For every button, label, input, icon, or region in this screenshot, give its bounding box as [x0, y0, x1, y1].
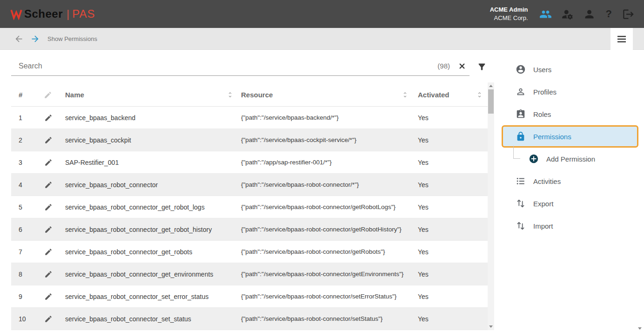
- scroll-up-button[interactable]: [488, 82, 494, 89]
- edit-permission-button[interactable]: [43, 112, 54, 123]
- pencil-icon: [44, 114, 53, 122]
- sort-resource-icon[interactable]: [402, 91, 409, 98]
- clear-search-button[interactable]: [457, 61, 467, 71]
- row-number: 7: [11, 248, 37, 256]
- search-input[interactable]: [19, 62, 437, 70]
- sidebar-item-permissions[interactable]: Permissions: [502, 125, 638, 148]
- sidebar-item-roles[interactable]: Roles: [502, 103, 644, 125]
- permission-resource: {"path":"/app/sap-restifier-001/*"}: [238, 159, 413, 166]
- sidebar-item-label: Import: [533, 222, 553, 230]
- search-field: (98): [11, 57, 470, 76]
- admin-sidebar: Users Profiles Roles Permissions Add Per…: [495, 50, 644, 332]
- edit-permission-button[interactable]: [43, 291, 54, 302]
- technical-user-gear-icon[interactable]: [561, 8, 574, 20]
- table-row: 1 service_bpaas_backend {"path":"/servic…: [11, 107, 488, 129]
- permission-name: SAP-Restifier_001: [63, 159, 238, 166]
- scheer-logo-icon: [10, 8, 22, 20]
- edit-permission-button[interactable]: [43, 246, 54, 257]
- pencil-icon: [44, 181, 53, 189]
- brand-separator: |: [67, 7, 69, 20]
- forward-arrow-icon[interactable]: [30, 34, 40, 44]
- account-org: ACME Corp.: [490, 14, 528, 22]
- account-info: ACME Admin ACME Corp.: [490, 6, 528, 22]
- menu-toggle-button[interactable]: [610, 28, 633, 50]
- row-number: 3: [11, 159, 37, 166]
- pencil-icon: [44, 315, 53, 323]
- sidebar-item-label: Users: [533, 66, 551, 74]
- permission-resource: {"path":"/service/bpaas-cockpit-service/…: [238, 136, 413, 143]
- permission-name: service_bpaas_robot_connector_set_error_…: [63, 293, 238, 300]
- permission-activated: Yes: [413, 315, 488, 323]
- help-icon[interactable]: ?: [605, 9, 613, 19]
- permissions-panel: (98) # Name Resource: [0, 50, 495, 332]
- sidebar-item-label: Activities: [533, 177, 561, 185]
- row-number: 6: [11, 226, 37, 233]
- plus-circle-icon: [529, 154, 539, 164]
- table-row: 8 service_bpaas_robot_connector_get_envi…: [11, 263, 488, 285]
- edit-permission-button[interactable]: [43, 224, 54, 235]
- permission-activated: Yes: [413, 181, 488, 189]
- breadcrumb-bar: Show Permissions: [0, 28, 644, 50]
- table-row: 3 SAP-Restifier_001 {"path":"/app/sap-re…: [11, 151, 488, 174]
- permission-name: service_bpaas_robot_connector_set_status: [63, 315, 238, 323]
- search-bar: (98): [11, 57, 488, 76]
- edit-permission-button[interactable]: [43, 313, 54, 325]
- edit-permission-button[interactable]: [43, 135, 54, 146]
- logout-icon[interactable]: [622, 8, 635, 20]
- permission-activated: Yes: [413, 203, 488, 211]
- permission-activated: Yes: [413, 271, 488, 278]
- permission-name: service_bpaas_backend: [63, 114, 238, 122]
- sort-activated-icon[interactable]: [476, 91, 483, 98]
- sidebar-item-add-permission[interactable]: Add Permission: [502, 148, 644, 170]
- permission-activated: Yes: [413, 248, 488, 256]
- permission-name: service_bpaas_robot_connector_get_enviro…: [63, 271, 238, 278]
- table-row: 9 service_bpaas_robot_connector_set_erro…: [11, 285, 488, 308]
- sidebar-item-activities[interactable]: Activities: [502, 170, 644, 192]
- account-name: ACME Admin: [490, 6, 528, 14]
- table-scrollbar[interactable]: [488, 82, 494, 330]
- scroll-down-button[interactable]: [488, 323, 494, 330]
- table-row: 7 service_bpaas_robot_connector_get_robo…: [11, 241, 488, 263]
- edit-permission-button[interactable]: [43, 157, 54, 168]
- filter-funnel-icon: [477, 62, 487, 72]
- permission-resource: {"path":"/service/bpaas-robot-connector/…: [238, 248, 413, 255]
- sidebar-item-export[interactable]: Export: [502, 192, 644, 215]
- back-arrow-icon[interactable]: [14, 34, 24, 44]
- page-scroll-down-button[interactable]: [637, 325, 643, 331]
- sidebar-item-import[interactable]: Import: [502, 215, 644, 237]
- clear-x-icon: [458, 62, 466, 70]
- user-management-icon[interactable]: [539, 8, 552, 20]
- row-number: 5: [11, 203, 37, 211]
- person-outline-icon: [516, 87, 526, 97]
- up-triangle-icon: [489, 85, 493, 87]
- edit-permission-button[interactable]: [43, 202, 54, 213]
- header-num: #: [11, 91, 37, 99]
- account-circle-icon: [516, 64, 526, 75]
- permission-name: service_bpaas_robot_connector_get_robot_…: [63, 203, 238, 211]
- sidebar-item-users[interactable]: Users: [502, 58, 644, 81]
- pencil-icon: [44, 158, 53, 167]
- pencil-icon: [44, 292, 53, 301]
- row-number: 4: [11, 181, 37, 189]
- sidebar-item-profiles[interactable]: Profiles: [502, 81, 644, 103]
- edit-column-icon: [44, 91, 52, 99]
- header-name: Name: [63, 83, 238, 106]
- edit-permission-button[interactable]: [43, 269, 54, 280]
- pencil-icon: [44, 248, 53, 256]
- sort-name-icon[interactable]: [227, 91, 234, 98]
- permission-activated: Yes: [413, 114, 488, 122]
- down-triangle-icon: [638, 327, 642, 330]
- filter-button[interactable]: [476, 61, 488, 73]
- pencil-icon: [44, 270, 53, 278]
- permission-activated: Yes: [413, 293, 488, 300]
- profile-person-icon[interactable]: [583, 8, 596, 20]
- scrollbar-thumb[interactable]: [488, 89, 494, 114]
- edit-permission-button[interactable]: [43, 179, 54, 190]
- permission-resource: {"path":"/service/bpaas-robot-connector/…: [238, 315, 413, 322]
- product-name: PAS: [72, 7, 95, 20]
- pencil-icon: [44, 136, 53, 144]
- row-number: 1: [11, 114, 37, 122]
- sidebar-item-label: Export: [533, 200, 553, 208]
- permission-name: service_bpaas_robot_connector: [63, 181, 238, 189]
- pencil-icon: [44, 225, 53, 234]
